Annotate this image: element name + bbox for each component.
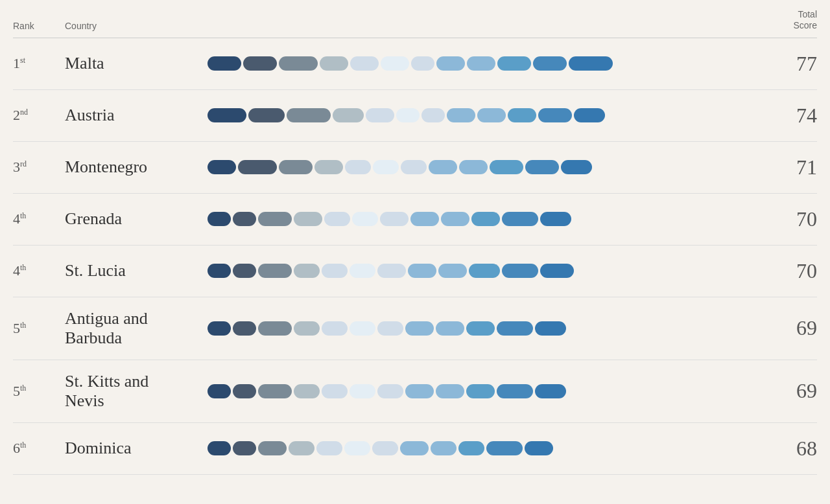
bar-cell — [208, 321, 752, 336]
segment-light-gray — [294, 384, 320, 398]
table-row: 1stMalta77 — [13, 38, 817, 90]
segment-light-blue — [459, 160, 488, 174]
bar-cell — [208, 56, 752, 71]
table-body: 1stMalta772ndAustria743rdMontenegro714th… — [13, 38, 817, 475]
segment-gray-blue — [258, 321, 292, 336]
segment-mid-blue — [458, 441, 484, 455]
table-row: 2ndAustria74 — [13, 90, 817, 142]
segment-very-light — [345, 160, 371, 174]
segment-light-blue — [405, 321, 434, 336]
segment-pale — [350, 264, 375, 278]
segment-light-blue — [436, 56, 465, 71]
segment-blue — [538, 108, 572, 122]
segment-mid-dark — [233, 321, 256, 336]
segment-very-light — [377, 384, 403, 398]
segment-light-blue — [438, 264, 467, 278]
segment-light-gray — [333, 108, 364, 122]
segment-blue — [497, 384, 533, 398]
segment-very-light — [366, 108, 394, 122]
segment-dark-blue — [208, 212, 231, 226]
segment-gray-blue — [287, 108, 331, 122]
segment-pale — [344, 441, 370, 455]
segment-mid-dark — [233, 441, 256, 455]
rank-cell: 5th — [13, 320, 65, 337]
segment-light-blue — [431, 441, 456, 455]
segment-light-blue — [447, 108, 475, 122]
segment-light-blue — [441, 212, 469, 226]
segment-blue — [502, 212, 538, 226]
segment-mid-dark — [238, 160, 277, 174]
score-cell: 70 — [752, 259, 817, 283]
segment-very-light — [316, 441, 342, 455]
segment-blue — [486, 441, 523, 455]
segment-mid-dark — [243, 56, 277, 71]
segment-very-light — [380, 212, 409, 226]
country-cell: Malta — [65, 54, 208, 73]
country-cell: St. Lucia — [65, 261, 208, 281]
segment-bright-blue — [540, 212, 571, 226]
rank-header: Rank — [13, 21, 65, 31]
segment-very-light — [372, 441, 398, 455]
segment-light-blue — [410, 212, 439, 226]
country-cell: Antigua andBarbuda — [65, 309, 208, 348]
bar-cell — [208, 108, 752, 122]
segment-dark-blue — [208, 108, 246, 122]
segment-blue — [497, 321, 533, 336]
segment-dark-blue — [208, 384, 231, 398]
segment-mid-dark — [233, 384, 256, 398]
country-cell: Dominica — [65, 439, 208, 458]
segment-light-gray — [294, 264, 320, 278]
segment-bright-blue — [525, 441, 553, 455]
segment-pale — [381, 56, 409, 71]
country-cell: St. Kitts andNevis — [65, 372, 208, 411]
segment-gray-blue — [258, 384, 292, 398]
segment-light-blue — [436, 384, 464, 398]
segment-dark-blue — [208, 441, 231, 455]
table-row: 6thDominica68 — [13, 423, 817, 475]
segment-blue — [502, 264, 538, 278]
rank-cell: 6th — [13, 440, 65, 457]
segment-mid-blue — [490, 160, 523, 174]
score-cell: 77 — [752, 52, 817, 76]
segment-very-light — [322, 264, 348, 278]
segment-bright-blue — [574, 108, 605, 122]
segment-mid-dark — [233, 264, 256, 278]
rank-cell: 1st — [13, 55, 65, 72]
score-cell: 71 — [752, 155, 817, 179]
table-row: 4thSt. Lucia70 — [13, 246, 817, 297]
country-cell: Montenegro — [65, 157, 208, 177]
segment-mid-blue — [471, 212, 500, 226]
bar-cell — [208, 212, 752, 226]
segment-very-light — [377, 264, 406, 278]
segment-very-light — [421, 108, 445, 122]
segment-gray-blue — [279, 56, 318, 71]
segment-dark-blue — [208, 321, 231, 336]
segment-very-light — [411, 56, 434, 71]
segment-light-blue — [400, 441, 429, 455]
segment-light-blue — [467, 56, 495, 71]
segment-light-gray — [294, 321, 320, 336]
segment-gray-blue — [279, 160, 313, 174]
segment-gray-blue — [258, 441, 287, 455]
segment-dark-blue — [208, 160, 236, 174]
score-cell: 69 — [752, 379, 817, 403]
segment-pale — [352, 212, 378, 226]
segment-light-blue — [405, 384, 434, 398]
segment-pale — [350, 321, 375, 336]
segment-bright-blue — [540, 264, 574, 278]
rank-cell: 4th — [13, 211, 65, 227]
rank-cell: 4th — [13, 262, 65, 279]
segment-very-light — [401, 160, 427, 174]
table-row: 4thGrenada70 — [13, 194, 817, 246]
table-row: 3rdMontenegro71 — [13, 142, 817, 194]
segment-light-gray — [314, 160, 343, 174]
segment-very-light — [377, 321, 403, 336]
segment-light-blue — [429, 160, 457, 174]
segment-light-gray — [320, 56, 348, 71]
score-cell: 74 — [752, 104, 817, 128]
rank-cell: 2nd — [13, 107, 65, 124]
segment-pale — [396, 108, 420, 122]
segment-dark-blue — [208, 264, 231, 278]
segment-light-gray — [289, 441, 314, 455]
segment-very-light — [324, 212, 350, 226]
